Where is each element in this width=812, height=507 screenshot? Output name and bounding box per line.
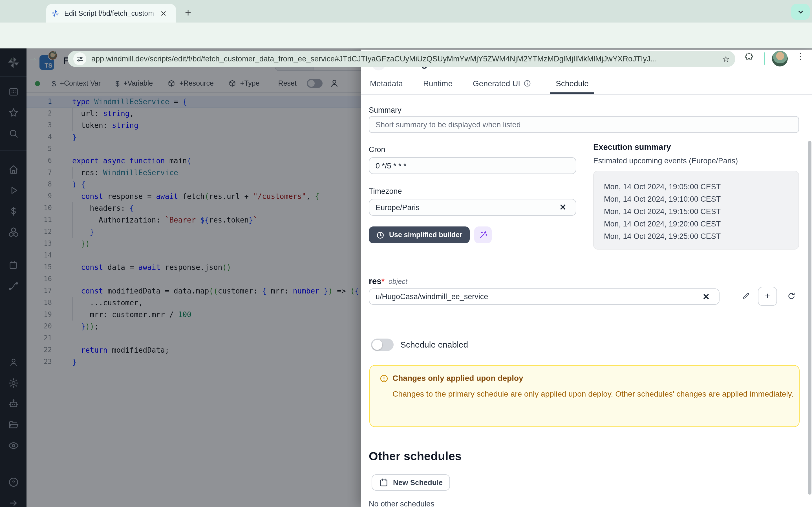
- browser-tab[interactable]: Edit Script f/bd/fetch_custom ✕: [46, 4, 176, 22]
- edit-resource-icon[interactable]: [742, 292, 750, 300]
- upcoming-event: Mon, 14 Oct 2024, 19:10:00 CEST: [604, 193, 799, 206]
- back-icon[interactable]: ←: [8, 51, 18, 65]
- address-bar[interactable]: app.windmill.dev/scripts/edit/f/bd/fetch…: [68, 51, 735, 67]
- new-tab-button[interactable]: +: [185, 7, 191, 19]
- timezone-clear-icon[interactable]: ✕: [559, 202, 566, 212]
- no-other-schedules-text: No other schedules: [369, 500, 435, 507]
- drawer-scrollbar[interactable]: [808, 141, 811, 495]
- browser-chrome: Edit Script f/bd/fetch_custom ✕ + ← → ap…: [0, 0, 812, 48]
- site-settings-icon[interactable]: [73, 52, 86, 65]
- upcoming-event: Mon, 14 Oct 2024, 19:20:00 CEST: [604, 218, 799, 230]
- screen: Edit Script f/bd/fetch_custom ✕ + ← → ap…: [0, 0, 812, 507]
- warning-icon: [379, 374, 389, 383]
- tab-close-icon[interactable]: ✕: [160, 9, 167, 17]
- browser-navbar: ← → app.windmill.dev/scripts/edit/f/bd/f…: [0, 22, 812, 48]
- execution-summary-subheading: Estimated upcoming events (Europe/Paris): [593, 157, 738, 165]
- res-field-label: res*object: [369, 276, 407, 286]
- upcoming-event: Mon, 14 Oct 2024, 19:25:00 CEST: [604, 230, 799, 243]
- clock-icon: [376, 231, 385, 239]
- summary-input[interactable]: [369, 116, 799, 133]
- bookmark-star-icon[interactable]: ☆: [722, 54, 730, 64]
- cron-label: Cron: [369, 145, 386, 154]
- browser-menu-icon[interactable]: ⋮: [796, 51, 805, 61]
- extensions-icon[interactable]: [744, 52, 754, 61]
- tab-schedule[interactable]: Schedule: [550, 74, 594, 94]
- profile-separator: [764, 52, 765, 65]
- tab-metadata[interactable]: Metadata: [369, 74, 404, 94]
- deploy-warning-box: Changes only applied upon deploy Changes…: [369, 365, 800, 427]
- warning-title: Changes only applied upon deploy: [393, 374, 523, 383]
- window-menu-button[interactable]: [791, 4, 810, 20]
- timezone-label: Timezone: [369, 187, 402, 195]
- resource-clear-icon[interactable]: ✕: [703, 292, 710, 302]
- windmill-favicon-icon: [51, 9, 60, 18]
- warning-body: Changes to the primary schedule are only…: [393, 388, 796, 400]
- resource-input[interactable]: [369, 288, 719, 305]
- reload-icon[interactable]: [49, 51, 57, 59]
- timezone-input[interactable]: [369, 199, 576, 216]
- chevron-down-icon: [796, 7, 805, 16]
- schedule-enabled-toggle[interactable]: [371, 339, 394, 351]
- url-text: app.windmill.dev/scripts/edit/f/bd/fetch…: [91, 55, 718, 63]
- info-icon: [523, 79, 531, 87]
- forward-icon[interactable]: →: [28, 51, 38, 65]
- tab-title: Edit Script f/bd/fetch_custom: [64, 9, 159, 17]
- settings-tabs: MetadataRuntimeGenerated UISchedule: [361, 74, 812, 95]
- execution-summary-heading: Execution summary: [593, 143, 671, 152]
- schedule-enabled-label: Schedule enabled: [400, 340, 468, 349]
- magic-wand-icon: [478, 230, 488, 239]
- browser-avatar[interactable]: [772, 51, 788, 66]
- other-schedules-heading: Other schedules: [369, 450, 462, 463]
- simplified-builder-button[interactable]: Use simplified builder: [369, 226, 470, 243]
- refresh-resource-icon[interactable]: [787, 292, 796, 300]
- upcoming-events-box: Mon, 14 Oct 2024, 19:05:00 CESTMon, 14 O…: [593, 171, 799, 249]
- ai-cron-button[interactable]: [474, 226, 492, 243]
- upcoming-event: Mon, 14 Oct 2024, 19:15:00 CEST: [604, 206, 799, 218]
- tab-generated-ui[interactable]: Generated UI: [472, 74, 532, 94]
- add-resource-button[interactable]: +: [758, 287, 777, 306]
- calendar-icon: [379, 478, 389, 487]
- cron-input[interactable]: [369, 157, 576, 174]
- summary-label: Summary: [369, 106, 402, 114]
- settings-drawer: ✕ Settings MetadataRuntimeGenerated UISc…: [361, 50, 812, 507]
- new-schedule-button[interactable]: New Schedule: [371, 474, 450, 491]
- tab-runtime[interactable]: Runtime: [422, 74, 454, 94]
- upcoming-event: Mon, 14 Oct 2024, 19:05:00 CEST: [604, 181, 799, 193]
